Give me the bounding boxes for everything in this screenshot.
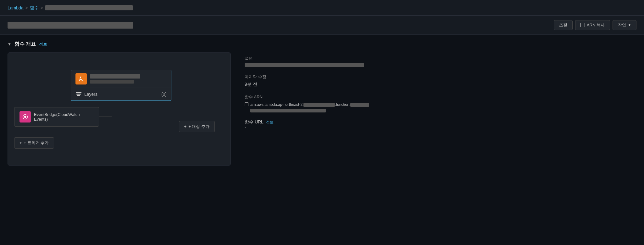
section-title: 함수 개요 [14, 41, 36, 47]
layers-icon [75, 91, 82, 97]
copy-arn-label: ARN 복사 [587, 22, 605, 28]
layers-left: Layers [75, 91, 97, 97]
arn-copy-icon[interactable] [245, 102, 248, 106]
function-url-label: 함수 URL 정보 [245, 119, 636, 125]
sub-header: 조절 ARN 복사 작업 ▼ [0, 16, 644, 35]
add-trigger-plus: + [19, 140, 22, 145]
add-target-plus: + [184, 124, 187, 129]
layers-count: (0) [161, 92, 167, 97]
add-trigger-label: + 트리거 추가 [24, 140, 49, 146]
last-modified-section: 마지막 수정 9분 전 [245, 74, 636, 87]
overview-info-link[interactable]: 정보 [39, 41, 47, 47]
top-bar: Lambda > 함수 > [0, 0, 644, 16]
breadcrumb-sep1: > [25, 5, 28, 10]
layers-row[interactable]: Layers (0) [71, 88, 171, 101]
action-chevron-icon: ▼ [628, 23, 631, 27]
action-buttons: 조절 ARN 복사 작업 ▼ [554, 20, 636, 30]
action-label: 작업 [618, 22, 626, 28]
adjust-button[interactable]: 조절 [554, 20, 573, 30]
event-bridge-icon [19, 111, 31, 122]
function-url-info-link[interactable]: 정보 [266, 120, 274, 125]
function-url-section: 함수 URL 정보 - [245, 119, 636, 130]
arn-text-partial: arn:aws:lambda:ap-northeast-2: :function… [250, 102, 369, 107]
sub-header-left [8, 22, 133, 29]
function-name [90, 74, 140, 79]
lambda-icon [75, 73, 87, 84]
diagram-and-info: Layers (0) EventBridge(Clou [8, 52, 636, 166]
copy-icon [580, 23, 585, 27]
function-url-value: - [245, 125, 636, 130]
event-bridge-label: EventBridge(CloudWatch Events) [34, 112, 94, 122]
function-node-header [71, 70, 171, 88]
section-header: ▼ 함수 개요 정보 [8, 41, 636, 47]
main-content: ▼ 함수 개요 정보 [0, 35, 644, 172]
connector-line [99, 117, 112, 117]
arn-row: arn:aws:lambda:ap-northeast-2: :function… [245, 102, 636, 112]
function-name-area [90, 74, 140, 84]
last-modified-value: 9분 전 [245, 82, 636, 87]
function-url-text: 함수 URL [245, 119, 264, 125]
description-value [245, 63, 364, 67]
function-node: Layers (0) [71, 70, 171, 101]
breadcrumb-lambda[interactable]: Lambda [8, 5, 24, 10]
arn-text-line2 [250, 109, 326, 112]
trigger-area: EventBridge(CloudWatch Events) + + 대상 추가 [14, 107, 224, 127]
breadcrumb: Lambda > 함수 > [8, 5, 133, 11]
add-trigger-button[interactable]: + + 트리거 추가 [14, 137, 54, 149]
add-target-button[interactable]: + + 대상 추가 [179, 121, 215, 132]
diagram-area: Layers (0) EventBridge(Clou [8, 52, 231, 166]
function-sub [90, 80, 134, 84]
collapse-icon[interactable]: ▼ [8, 42, 11, 46]
layers-label: Layers [84, 92, 97, 97]
copy-arn-button[interactable]: ARN 복사 [575, 20, 610, 30]
breadcrumb-sep2: > [41, 5, 43, 10]
info-panel: 설명 마지막 수정 9분 전 함수 ARN arn:aws:lambda:ap-… [238, 52, 636, 166]
description-label: 설명 [245, 56, 636, 61]
event-bridge-node: EventBridge(CloudWatch Events) [14, 107, 99, 127]
function-title [8, 22, 133, 29]
add-target-label: + 대상 추가 [188, 124, 209, 129]
action-button[interactable]: 작업 ▼ [613, 20, 636, 30]
function-arn-label: 함수 ARN [245, 94, 636, 100]
breadcrumb-current [45, 5, 133, 10]
last-modified-label: 마지막 수정 [245, 74, 636, 80]
function-arn-section: 함수 ARN arn:aws:lambda:ap-northeast-2: :f… [245, 94, 636, 112]
breadcrumb-functions[interactable]: 함수 [30, 5, 39, 11]
description-section: 설명 [245, 56, 636, 67]
adjust-label: 조절 [559, 22, 567, 28]
